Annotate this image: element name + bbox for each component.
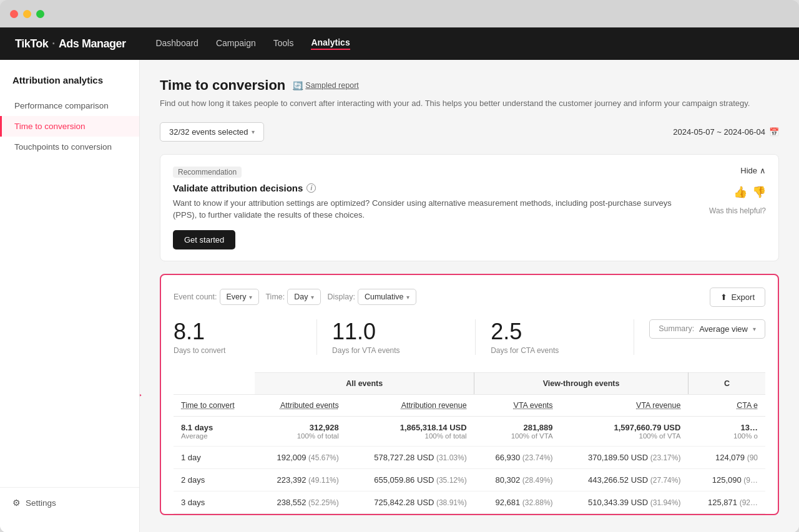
row2-time: 2 days (174, 469, 255, 491)
event-count-filter: Event count: Every ▾ (174, 289, 259, 305)
summary-events: 312,928 100% of total (255, 417, 346, 447)
time-dropdown[interactable]: Day ▾ (287, 289, 321, 305)
page-title: Time to conversion (160, 77, 285, 94)
event-count-dropdown[interactable]: Every ▾ (220, 289, 260, 305)
export-button[interactable]: ⬆ Export (710, 288, 765, 307)
recommendation-card: Recommendation Validate attribution deci… (160, 154, 779, 261)
arrow-indicator: → (140, 381, 146, 407)
sidebar: Attribution analytics Performance compar… (0, 60, 140, 532)
recommendation-actions: Hide ∧ 👍 👎 Was this helpful? (709, 166, 766, 215)
table-col-header-row: Time to convert Attributed events Attrib… (174, 395, 765, 417)
row1-vta-events: 66,930 (23.74%) (474, 447, 561, 469)
info-icon: 🔄 (293, 81, 303, 90)
date-range: 2024-05-07 ~ 2024-06-04 📅 (673, 127, 779, 137)
sidebar-section-title: Attribution analytics (0, 75, 139, 95)
recommendation-tag: Recommendation (173, 167, 242, 178)
chevron-down-icon: ▾ (753, 326, 756, 332)
data-card: → Event count: Every ▾ Time: (160, 274, 779, 516)
logo-dot: · (52, 37, 55, 51)
chevron-down-icon: ▾ (311, 294, 314, 301)
row2-events: 223,392 (49.11%) (255, 469, 346, 491)
view-through-events-header: View-through events (474, 373, 689, 395)
top-navigation: TikTok · Ads Manager Dashboard Campaign … (0, 27, 799, 60)
thumbs-down-button[interactable]: 👎 (752, 185, 766, 199)
row3-events: 238,552 (52.25%) (255, 491, 346, 514)
stat-days-vta: 11.0 Days for VTA events (332, 319, 476, 355)
row2-vta-revenue: 443,266.52 USD (27.74%) (561, 469, 689, 491)
col-attributed-events: Attributed events (255, 395, 346, 417)
sampled-report-badge[interactable]: 🔄 Sampled report (293, 81, 358, 90)
all-events-header: All events (255, 373, 474, 395)
thumbs-up-button[interactable]: 👍 (733, 185, 747, 199)
row1-time: 1 day (174, 447, 255, 469)
minimize-btn[interactable] (23, 10, 31, 18)
row1-revenue: 578,727.28 USD (31.03%) (346, 447, 474, 469)
table-row: 2 days 223,392 (49.11%) 655,059.86 USD (… (174, 469, 765, 491)
content-area: Time to conversion 🔄 Sampled report Find… (140, 60, 799, 532)
nav-tools[interactable]: Tools (273, 38, 294, 49)
data-table: All events View-through events C Time to… (174, 372, 765, 514)
row3-vta-events: 92,681 (32.88%) (474, 491, 561, 514)
col-attribution-revenue: Attribution revenue (346, 395, 474, 417)
settings-button[interactable]: ⚙ Settings (0, 487, 139, 518)
logo: TikTok · Ads Manager (15, 37, 125, 51)
events-dropdown[interactable]: 32/32 events selected ▾ (160, 122, 264, 142)
col-vta-revenue: VTA revenue (561, 395, 689, 417)
nav-links: Dashboard Campaign Tools Analytics (155, 37, 350, 50)
row1-events: 192,009 (45.67%) (255, 447, 346, 469)
chevron-down-icon: ▾ (249, 294, 252, 301)
row3-time: 3 days (174, 491, 255, 514)
controls-row: 32/32 events selected ▾ 2024-05-07 ~ 202… (160, 122, 779, 142)
col-time-to-convert: Time to convert (174, 395, 255, 417)
summary-revenue: 1,865,318.14 USD 100% of total (346, 417, 474, 447)
ads-manager-label: Ads Manager (59, 37, 126, 51)
summary-dropdown[interactable]: Summary: Average view ▾ (649, 319, 765, 339)
sidebar-item-time-to-conversion[interactable]: Time to conversion (0, 116, 139, 137)
row1-cta: 124,079 (90 (688, 447, 765, 469)
calendar-icon[interactable]: 📅 (769, 127, 779, 137)
summary-control: Summary: Average view ▾ (649, 319, 765, 339)
row1-vta-revenue: 370,189.50 USD (23.17%) (561, 447, 689, 469)
nav-campaign[interactable]: Campaign (216, 38, 256, 49)
summary-vta-events: 281,889 100% of VTA (474, 417, 561, 447)
stat-days-to-convert: 8.1 Days to convert (174, 319, 317, 355)
empty-col-header (174, 373, 255, 395)
nav-analytics[interactable]: Analytics (311, 37, 350, 50)
maximize-btn[interactable] (36, 10, 44, 18)
table-row: 1 day 192,009 (45.67%) 578,727.28 USD (3… (174, 447, 765, 469)
was-helpful-label: Was this helpful? (709, 206, 766, 215)
stat-days-cta: 2.5 Days for CTA events (491, 319, 634, 355)
cta-events-header: C (688, 373, 765, 395)
sidebar-item-performance[interactable]: Performance comparison (0, 95, 139, 116)
sidebar-item-touchpoints[interactable]: Touchpoints to conversion (0, 137, 139, 157)
row3-cta: 125,871 (92… (688, 491, 765, 514)
row2-vta-events: 80,302 (28.49%) (474, 469, 561, 491)
hide-button[interactable]: Hide ∧ (740, 166, 766, 175)
table-row: 3 days 238,552 (52.25%) 725,842.28 USD (… (174, 491, 765, 514)
row2-revenue: 655,059.86 USD (35.12%) (346, 469, 474, 491)
recommendation-body: Want to know if your attribution setting… (173, 197, 685, 221)
stats-row: 8.1 Days to convert 11.0 Days for VTA ev… (174, 319, 765, 355)
window-titlebar (0, 0, 799, 27)
time-filter: Time: Day ▾ (265, 289, 321, 305)
row3-revenue: 725,842.28 USD (38.91%) (346, 491, 474, 514)
get-started-button[interactable]: Get started (173, 230, 235, 249)
export-icon: ⬆ (720, 293, 727, 302)
row2-cta: 125,090 (9… (688, 469, 765, 491)
filter-group: Event count: Every ▾ Time: Day ▾ (174, 289, 416, 305)
recommendation-title: Validate attribution decisions i (173, 183, 766, 193)
display-dropdown[interactable]: Cumulative ▾ (358, 289, 417, 305)
row3-vta-revenue: 510,343.39 USD (31.94%) (561, 491, 689, 514)
close-btn[interactable] (10, 10, 18, 18)
col-vta-events: VTA events (474, 395, 561, 417)
page-subtitle: Find out how long it takes people to con… (160, 97, 779, 110)
summary-time: 8.1 days Average (174, 417, 255, 447)
chevron-down-icon: ▾ (252, 128, 255, 135)
settings-icon: ⚙ (12, 498, 21, 508)
chevron-up-icon: ∧ (760, 166, 766, 175)
col-cta-events: CTA e (688, 395, 765, 417)
summary-vta-revenue: 1,597,660.79 USD 100% of VTA (561, 417, 689, 447)
nav-dashboard[interactable]: Dashboard (155, 38, 199, 49)
table-summary-row: 8.1 days Average 312,928 100% of total 1… (174, 417, 765, 447)
info-icon: i (306, 183, 316, 193)
